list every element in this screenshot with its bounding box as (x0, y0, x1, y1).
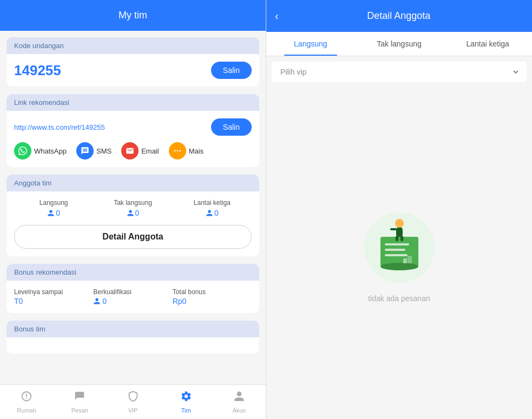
salin-invite-button[interactable]: Salin (211, 62, 252, 79)
empty-text: tidak ada pesanan (368, 294, 430, 303)
stat-lantai-value: 0 (173, 209, 252, 217)
nav-akun[interactable]: Akun (213, 388, 266, 416)
svg-point-1 (176, 150, 178, 152)
nav-rumah[interactable]: Rumah (0, 388, 53, 416)
invite-code: 149255 (14, 62, 61, 79)
whatsapp-label: WhatsApp (34, 147, 67, 155)
svg-rect-14 (400, 236, 403, 241)
stat-tak-langsung-num: 0 (135, 209, 140, 217)
bonus-rekomendasi-label: Bonus rekomendasi (14, 268, 76, 276)
bonus-berkualifikasi-val: 0 (93, 297, 172, 305)
bonus-tim-body (6, 337, 259, 354)
bonus-col-level: Levelnya sampai T0 (14, 288, 93, 305)
email-icon (121, 142, 139, 159)
anggota-stats: Langsung 0 Tak langsung 0 (14, 199, 252, 217)
email-label: Email (141, 147, 159, 155)
stat-tak-langsung-label: Tak langsung (93, 199, 172, 207)
left-title: My tim (119, 10, 147, 21)
link-row: http://www.ts.com/ref/149255 Salin (14, 118, 252, 136)
tab-langsung[interactable]: Langsung (266, 32, 355, 56)
tab-tak-langsung-label: Tak langsung (377, 39, 422, 48)
back-button[interactable]: ‹ (275, 10, 279, 22)
bottom-nav: Rumah Pesan VIP Tim Akun (0, 384, 266, 419)
bonus-tim-card: Bonus tim (6, 321, 259, 354)
nav-pesan[interactable]: Pesan (53, 388, 106, 416)
bonus-tim-label: Bonus tim (14, 325, 45, 333)
tim-label: Tim (181, 407, 191, 414)
social-email[interactable]: Email (121, 142, 159, 159)
invitation-card-body: 149255 Salin (6, 54, 259, 87)
salin-link-button[interactable]: Salin (211, 118, 252, 136)
sms-label: SMS (96, 147, 111, 155)
tab-lantai-ketiga-label: Lantai ketiga (466, 39, 509, 48)
bonus-berkualifikasi-label: Berkualifikasi (93, 288, 172, 296)
anggota-label: Anggota tim (14, 179, 51, 187)
link-label: Link rekomendasi (14, 98, 69, 107)
tab-lantai-ketiga[interactable]: Lantai ketiga (443, 32, 532, 56)
left-header: My tim (0, 0, 266, 31)
svg-rect-6 (385, 249, 405, 251)
mais-label: Mais (189, 147, 203, 155)
anggota-card-body: Langsung 0 Tak langsung 0 (6, 191, 259, 256)
svg-point-2 (179, 150, 181, 152)
social-sms[interactable]: SMS (76, 142, 111, 159)
svg-rect-5 (385, 243, 409, 245)
tab-tak-langsung[interactable]: Tak langsung (355, 32, 444, 56)
stat-tak-langsung-value: 0 (93, 209, 172, 217)
bonus-col-berkualifikasi: Berkualifikasi 0 (93, 288, 172, 305)
right-header: ‹ Detail Anggota (266, 0, 532, 32)
tab-langsung-label: Langsung (294, 39, 327, 48)
social-whatsapp[interactable]: WhatsApp (14, 142, 67, 159)
stat-langsung-value: 0 (14, 209, 93, 217)
right-panel: ‹ Detail Anggota Langsung Tak langsung L… (266, 0, 532, 419)
vip-icon (127, 390, 139, 405)
tim-icon (180, 390, 192, 405)
anggota-card: Anggota tim Langsung 0 Tak langsung (6, 175, 259, 256)
invitation-label: Kode undangan (14, 42, 64, 50)
stat-langsung-label: Langsung (14, 199, 93, 207)
akun-icon (233, 390, 245, 405)
left-content: Kode undangan 149255 Salin Link rekomend… (0, 31, 266, 384)
bonus-total-val: Rp0 (173, 297, 252, 305)
tabs-row: Langsung Tak langsung Lantai ketiga (266, 32, 532, 56)
svg-rect-11 (396, 227, 403, 237)
bonus-tim-header: Bonus tim (6, 321, 259, 337)
stat-langsung: Langsung 0 (14, 199, 93, 217)
svg-rect-13 (396, 236, 398, 241)
sms-icon (76, 142, 94, 159)
vip-label: VIP (128, 407, 138, 414)
empty-state: tidak ada pesanan (266, 82, 532, 419)
invitation-card: Kode undangan 149255 Salin (6, 37, 259, 87)
bonus-total-label: Total bonus (173, 288, 252, 296)
right-title: Detail Anggota (285, 10, 513, 22)
svg-rect-4 (380, 237, 418, 267)
bonus-rekomendasi-body: Levelnya sampai T0 Berkualifikasi 0 Tota… (6, 281, 259, 313)
akun-label: Akun (232, 407, 246, 414)
stat-lantai-ketiga: Lantai ketiga 0 (173, 199, 252, 217)
social-mais[interactable]: Mais (169, 142, 203, 159)
stat-tak-langsung: Tak langsung 0 (93, 199, 172, 217)
pesan-icon (74, 390, 86, 405)
bonus-col-total: Total bonus Rp0 (173, 288, 252, 305)
detail-anggota-button[interactable]: Detail Anggota (14, 225, 252, 249)
svg-rect-10 (403, 258, 407, 263)
svg-rect-9 (408, 256, 412, 263)
invitation-card-header: Kode undangan (6, 37, 259, 54)
stat-langsung-num: 0 (56, 209, 60, 217)
nav-tim[interactable]: Tim (160, 388, 213, 416)
empty-illustration (356, 199, 443, 285)
dropdown-row: Pilih vip VIP 1 VIP 2 VIP 3 (272, 62, 527, 82)
social-row: WhatsApp SMS Email (14, 142, 252, 159)
bonus-level-val: T0 (14, 297, 93, 305)
left-panel: My tim Kode undangan 149255 Salin Link r… (0, 0, 266, 419)
link-card-body: http://www.ts.com/ref/149255 Salin Whats… (6, 111, 259, 167)
rumah-icon (21, 390, 32, 405)
nav-vip[interactable]: VIP (106, 388, 159, 416)
bonus-rekomendasi-header: Bonus rekomendasi (6, 264, 259, 281)
link-card-header: Link rekomendasi (6, 94, 259, 111)
vip-select[interactable]: Pilih vip VIP 1 VIP 2 VIP 3 (278, 67, 520, 77)
svg-point-12 (395, 219, 404, 228)
invite-row: 149255 Salin (14, 62, 252, 79)
svg-point-0 (174, 150, 176, 152)
svg-point-8 (380, 263, 418, 270)
